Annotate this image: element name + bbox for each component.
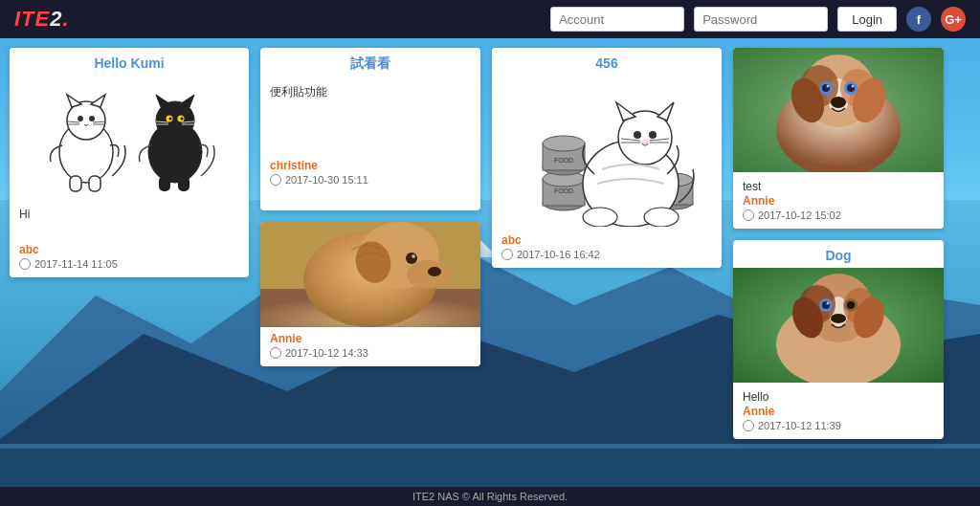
svg-point-80	[827, 85, 830, 88]
card-test-date: 2017-10-12 15:02	[743, 209, 934, 221]
card-dog-date: 2017-10-12 11:39	[743, 420, 934, 431]
card-hello-kumi-date: 2017-11-14 11:05	[19, 258, 239, 270]
card-dog-body: Hello	[743, 390, 768, 404]
header: ITE2. Login f G+	[0, 0, 980, 38]
svg-point-61	[640, 140, 650, 145]
dog-image-2	[260, 222, 480, 327]
svg-point-41	[406, 253, 417, 264]
svg-text:FOOD: FOOD	[554, 187, 573, 194]
card-456: 456 FOOD FOOD	[492, 48, 722, 268]
card-456-footer: abc 2017-10-16 16:42	[492, 229, 722, 268]
svg-point-49	[543, 136, 585, 151]
card-hello-kumi: Hello Kumi	[10, 48, 249, 277]
logo: ITE2.	[14, 7, 70, 32]
card-shikan-text: 便利貼功能	[270, 85, 327, 99]
svg-point-94	[847, 301, 855, 309]
svg-marker-58	[657, 102, 674, 121]
card-hello-kumi-date-text: 2017-11-14 11:05	[34, 258, 118, 270]
svg-point-67	[644, 208, 679, 227]
svg-point-14	[89, 116, 95, 121]
svg-point-60	[649, 131, 657, 139]
card-dog-annie-footer: Annie 2017-10-12 14:33	[260, 327, 480, 366]
card-hello-kumi-title: Hello Kumi	[10, 48, 249, 76]
card-456-title: 456	[492, 48, 722, 76]
card-hello-kumi-content: Hi	[10, 200, 249, 238]
card-shikan-footer: christine 2017-10-30 15:11	[260, 154, 480, 193]
svg-point-27	[169, 118, 172, 121]
footer-copyright: ITE2 NAS © All Rights Reserved.	[412, 491, 568, 502]
column-2: 試看看 便利貼功能 christine 2017-10-30 15:11	[260, 48, 480, 439]
card-dog-annie-date-text: 2017-10-12 14:33	[285, 347, 368, 359]
svg-point-81	[852, 85, 855, 88]
svg-rect-8	[0, 444, 980, 449]
card-456-date-text: 2017-10-16 16:42	[517, 249, 600, 260]
card-hello-kumi-text: Hi	[19, 208, 30, 221]
svg-point-82	[831, 97, 846, 108]
svg-rect-20	[89, 176, 100, 191]
clock-icon-3	[270, 347, 281, 359]
card-dog-annie-author: Annie	[270, 332, 471, 345]
card-dog: Dog	[733, 240, 944, 439]
svg-point-40	[428, 267, 441, 276]
svg-point-59	[634, 131, 641, 139]
cat-drawing-area	[10, 76, 249, 200]
password-input[interactable]	[694, 7, 828, 32]
card-shikan-title: 試看看	[260, 48, 480, 77]
account-input[interactable]	[550, 7, 684, 32]
svg-point-39	[407, 260, 449, 289]
clock-icon-5	[743, 209, 754, 221]
svg-rect-7	[0, 444, 980, 487]
gplus-button[interactable]: G+	[941, 7, 966, 32]
clock-icon-4	[501, 249, 513, 260]
cards-container: Hello Kumi	[10, 48, 970, 439]
card-dog-author: Annie	[743, 405, 934, 418]
card-shikan: 試看看 便利貼功能 christine 2017-10-30 15:11	[260, 48, 480, 210]
svg-point-42	[412, 254, 415, 258]
svg-marker-12	[91, 95, 105, 107]
clock-icon	[19, 258, 31, 270]
footer: ITE2 NAS © All Rights Reserved.	[0, 487, 980, 506]
card-shikan-date-text: 2017-10-30 15:11	[285, 174, 368, 186]
card-dog-date-text: 2017-10-12 11:39	[758, 420, 841, 431]
dog-image-3	[733, 268, 944, 383]
card-shikan-content: 便利貼功能	[260, 77, 480, 154]
svg-point-96	[831, 314, 846, 323]
card-456-date: 2017-10-16 16:42	[501, 249, 712, 260]
svg-marker-57	[616, 102, 635, 121]
card-hello-kumi-author: abc	[19, 243, 239, 256]
svg-text:FOOD: FOOD	[554, 157, 573, 164]
clock-icon-6	[743, 420, 754, 431]
card-hello-kumi-footer: abc 2017-11-14 11:05	[10, 238, 249, 277]
svg-point-13	[78, 116, 83, 121]
card-456-author: abc	[501, 233, 712, 247]
card-dog-annie: Annie 2017-10-12 14:33	[260, 222, 480, 366]
card-test-footer: test Annie 2017-10-12 15:02	[733, 172, 944, 229]
column-3: 456 FOOD FOOD	[492, 48, 722, 439]
card-dog-footer: Hello Annie 2017-10-12 11:39	[733, 383, 944, 439]
column-1: Hello Kumi	[10, 48, 249, 439]
svg-marker-23	[156, 95, 170, 107]
svg-marker-24	[180, 95, 194, 107]
card-test: test Annie 2017-10-12 15:02	[733, 48, 944, 229]
card-test-text: test	[743, 180, 761, 193]
facebook-button[interactable]: f	[906, 7, 931, 32]
card-shikan-date: 2017-10-30 15:11	[270, 174, 471, 186]
dog-image-1	[733, 48, 944, 172]
svg-point-95	[827, 302, 830, 305]
svg-point-28	[181, 118, 184, 121]
svg-rect-19	[70, 176, 81, 191]
cat-456-drawing: FOOD FOOD	[492, 76, 722, 229]
login-button[interactable]: Login	[837, 7, 897, 32]
svg-point-66	[583, 208, 617, 227]
card-test-date-text: 2017-10-12 15:02	[758, 209, 841, 221]
svg-rect-34	[178, 176, 189, 191]
card-test-author: Annie	[743, 194, 934, 208]
card-dog-title: Dog	[733, 240, 944, 268]
card-dog-annie-date: 2017-10-12 14:33	[270, 347, 471, 359]
clock-icon-2	[270, 174, 281, 186]
svg-marker-11	[67, 95, 81, 107]
card-shikan-author: christine	[270, 159, 471, 172]
column-4: test Annie 2017-10-12 15:02 Dog	[733, 48, 944, 439]
svg-rect-33	[159, 176, 170, 191]
